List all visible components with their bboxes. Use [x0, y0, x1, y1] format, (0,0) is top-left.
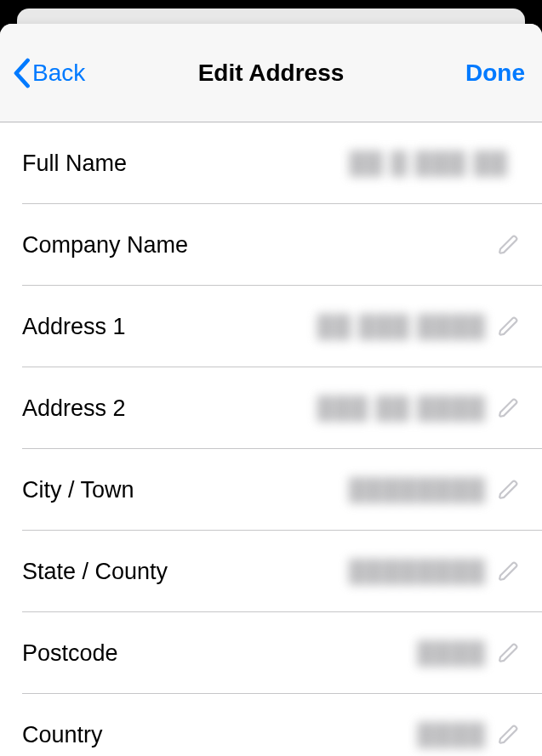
field-label: Postcode [22, 640, 118, 667]
back-label: Back [32, 60, 85, 87]
field-label: Company Name [22, 232, 188, 259]
row-address-1[interactable]: Address 1 ██ ███ ████ [0, 286, 542, 367]
pencil-icon [498, 642, 520, 664]
pencil-icon [498, 560, 520, 583]
field-value: ████████ [134, 477, 498, 503]
navigation-bar: Back Edit Address Done [0, 24, 542, 122]
field-label: City / Town [22, 477, 134, 503]
pencil-icon [498, 315, 520, 338]
field-value: ████ [118, 640, 498, 667]
field-value: ████ [103, 722, 498, 748]
modal-sheet: Back Edit Address Done Full Name ██ █ ██… [0, 24, 542, 756]
row-address-2[interactable]: Address 2 ███ ██ ████ [0, 367, 542, 449]
row-city-town[interactable]: City / Town ████████ [0, 449, 542, 531]
chevron-left-icon [12, 58, 31, 88]
field-value: ████████ [168, 559, 498, 585]
field-label: Address 2 [22, 395, 126, 422]
field-label: Country [22, 722, 103, 748]
done-button[interactable]: Done [465, 60, 525, 87]
row-full-name[interactable]: Full Name ██ █ ███ ██ [0, 122, 542, 204]
row-state-county[interactable]: State / County ████████ [0, 531, 542, 612]
field-value: ██ █ ███ ██ [127, 151, 520, 177]
back-button[interactable]: Back [12, 58, 85, 88]
row-country[interactable]: Country ████ [0, 694, 542, 756]
pencil-icon [498, 234, 520, 256]
row-postcode[interactable]: Postcode ████ [0, 612, 542, 694]
row-company-name[interactable]: Company Name [0, 204, 542, 286]
field-label: Address 1 [22, 314, 126, 340]
field-label: Full Name [22, 151, 127, 177]
pencil-icon [498, 479, 520, 501]
field-value: ███ ██ ████ [126, 395, 498, 422]
field-value: ██ ███ ████ [126, 314, 498, 340]
pencil-icon [498, 724, 520, 746]
address-form-list: Full Name ██ █ ███ ██ Company Name Addre… [0, 122, 542, 756]
field-label: State / County [22, 559, 168, 585]
pencil-icon [498, 397, 520, 419]
